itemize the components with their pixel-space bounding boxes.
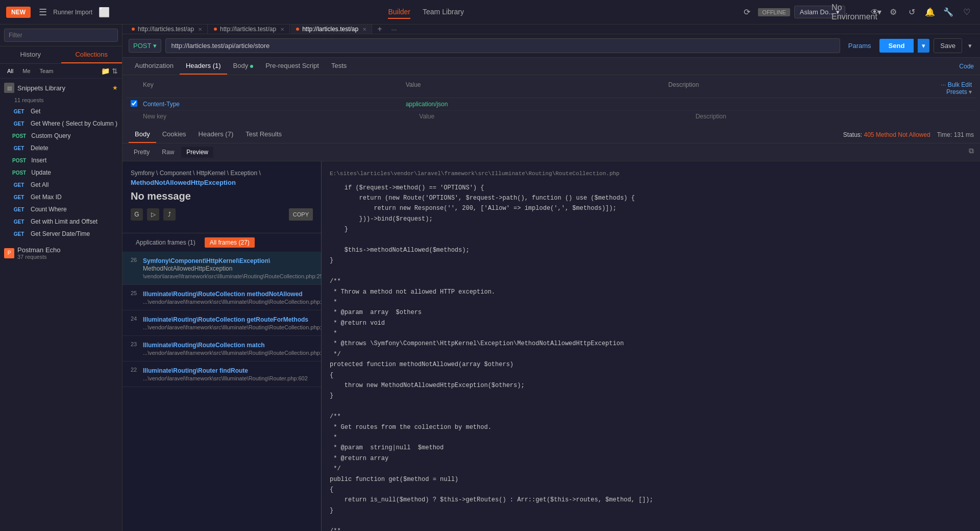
header-key-col: Key (143, 81, 406, 95)
monitor-icon[interactable]: ⬜ (96, 4, 112, 20)
body-dot (250, 65, 253, 68)
list-item-custom-query[interactable]: POST Custom Query (0, 130, 122, 142)
send-arrow-button[interactable]: ▾ (918, 39, 929, 53)
frame-item-23[interactable]: 23 Illuminate\Routing\RouteCollection ma… (122, 336, 321, 361)
method-select[interactable]: POST ▾ (129, 39, 161, 53)
frames-tab-app[interactable]: Application frames (1) (131, 237, 201, 248)
response-tab-headers[interactable]: Headers (7) (192, 126, 240, 143)
url-input[interactable] (165, 38, 840, 53)
stack-icon[interactable]: ▷ (147, 208, 159, 221)
new-desc-input[interactable] (696, 113, 972, 120)
params-button[interactable]: Params (844, 42, 875, 50)
sort-icon[interactable]: ⇅ (112, 67, 118, 75)
copy-icon[interactable]: ⧉ (969, 147, 974, 158)
frame-item-25[interactable]: 25 Illuminate\Routing\RouteCollection me… (122, 285, 321, 310)
tab-close-2[interactable]: ✕ (280, 27, 284, 32)
new-key-input[interactable] (143, 113, 419, 120)
filter-me[interactable]: Me (19, 67, 33, 75)
sidebar-toggle-icon[interactable]: ☰ (35, 4, 51, 20)
method-get-badge: GET (10, 108, 28, 115)
method-get-badge-2: GET (10, 120, 28, 127)
save-button[interactable]: Save (934, 38, 962, 53)
tab-history[interactable]: History (0, 46, 61, 63)
list-item-get-all[interactable]: GET Get All (0, 179, 122, 191)
heart-icon[interactable]: ♡ (960, 5, 974, 19)
list-item-get-where[interactable]: GET Get Where ( Select by Column ) (0, 117, 122, 130)
frames-tab-all[interactable]: All frames (27) (205, 237, 255, 248)
frame-number-22: 22 (131, 367, 143, 373)
copy-error-button[interactable]: COPY (289, 208, 313, 221)
response-body: Symfony \ Component \ HttpKernel \ Excep… (122, 161, 980, 531)
share-icon[interactable]: ⤴ (163, 208, 176, 221)
tab-collections[interactable]: Collections (61, 46, 122, 63)
bulk-edit-button[interactable]: Bulk Edit (948, 81, 972, 88)
eye-icon[interactable]: 👁 (868, 5, 882, 19)
tab-close-3[interactable]: ✕ (362, 27, 366, 32)
snippets-count: 11 requests (0, 97, 122, 105)
tab-headers[interactable]: Headers (1) (180, 58, 227, 75)
code-link[interactable]: Code (959, 63, 974, 70)
import-button[interactable]: Import (76, 4, 92, 20)
view-tab-raw[interactable]: Raw (157, 147, 179, 158)
response-tab-body[interactable]: Body (129, 126, 156, 143)
list-item-count-where[interactable]: GET Count Where (0, 203, 122, 215)
environment-select[interactable]: No Environment ▾ (849, 5, 864, 19)
save-arrow-button[interactable]: ▾ (966, 42, 974, 50)
view-tab-pretty[interactable]: Pretty (129, 147, 155, 158)
postman-echo-count: 37 requests (17, 254, 61, 260)
list-item-delete[interactable]: GET Delete (0, 142, 122, 154)
snippets-library-icon: ▤ (4, 83, 14, 93)
frame-item-26[interactable]: 26 Symfony\Component\HttpKernel\Exceptio… (122, 252, 321, 285)
tab-body[interactable]: Body (227, 58, 260, 75)
snippets-library-header[interactable]: ▤ Snippets Library ★ (0, 79, 122, 97)
tab-pre-request[interactable]: Pre-request Script (259, 58, 325, 75)
tab-more-button[interactable]: ··· (387, 26, 401, 33)
list-item-get-limit-offset[interactable]: GET Get with Limit and Offset (0, 215, 122, 228)
settings-icon[interactable]: ⚙ (886, 5, 900, 19)
send-button[interactable]: Send (879, 39, 914, 53)
postman-echo-header[interactable]: P Postman Echo 37 requests (0, 242, 122, 264)
frame-class-25: Illuminate\Routing\RouteCollection metho… (143, 291, 303, 298)
frame-path-25: ...\vendor\laravel\framework\src\Illumin… (143, 299, 313, 305)
new-button[interactable]: NEW (6, 7, 31, 18)
wrench-icon[interactable]: 🔧 (941, 5, 955, 19)
response-status: Status: 405 Method Not Allowed Time: 131… (843, 131, 974, 138)
tab-1[interactable]: http://larticles.test/ap ✕ (127, 25, 208, 34)
tab-add-button[interactable]: + (373, 25, 386, 34)
sync-icon[interactable]: ⟳ (740, 5, 754, 19)
filter-all[interactable]: All (4, 67, 16, 75)
list-item-insert[interactable]: POST Insert (0, 154, 122, 166)
tab-3[interactable]: http://larticles.test/ap ✕ (291, 25, 372, 34)
view-tab-preview[interactable]: Preview (181, 147, 213, 158)
header-checkbox[interactable] (131, 100, 137, 107)
tab-team-library[interactable]: Team Library (423, 6, 464, 19)
notification-icon[interactable]: 🔔 (923, 5, 937, 19)
response-tab-cookies[interactable]: Cookies (156, 126, 192, 143)
presets-button[interactable]: Presets (946, 88, 967, 95)
tab-builder[interactable]: Builder (388, 6, 410, 19)
list-item-get[interactable]: GET Get (0, 105, 122, 117)
tab-close-1[interactable]: ✕ (198, 27, 202, 32)
error-panel: Symfony \ Component \ HttpKernel \ Excep… (122, 161, 321, 233)
list-item-update[interactable]: POST Update (0, 166, 122, 179)
list-item-get-max-id[interactable]: GET Get Max ID (0, 191, 122, 203)
frame-content-26: Symfony\Component\HttpKernel\Exception\ … (143, 257, 313, 279)
frame-item-22[interactable]: 22 Illuminate\Routing\Router findRoute .… (122, 361, 321, 387)
frame-item-24[interactable]: 24 Illuminate\Routing\RouteCollection ge… (122, 310, 321, 336)
new-value-input[interactable] (419, 113, 695, 120)
postman-echo-info: Postman Echo 37 requests (17, 246, 61, 260)
filter-team[interactable]: Team (37, 67, 57, 75)
response-tab-test-results[interactable]: Test Results (239, 126, 288, 143)
google-icon[interactable]: G (131, 208, 143, 221)
tab-2[interactable]: http://larticles.test/ap ✕ (209, 25, 290, 34)
list-item-get-server-date[interactable]: GET Get Server Date/Time (0, 228, 122, 240)
header-more-icon[interactable]: ··· (941, 81, 946, 88)
search-input[interactable] (4, 29, 118, 42)
refresh-icon[interactable]: ↺ (904, 5, 919, 19)
sidebar-search-area (0, 25, 122, 46)
runner-button[interactable]: Runner (55, 4, 71, 20)
tab-authorization[interactable]: Authorization (129, 58, 180, 75)
add-folder-icon[interactable]: 📁 (101, 67, 110, 75)
tab-tests[interactable]: Tests (325, 58, 353, 75)
header-key-cell: Content-Type (143, 101, 406, 108)
